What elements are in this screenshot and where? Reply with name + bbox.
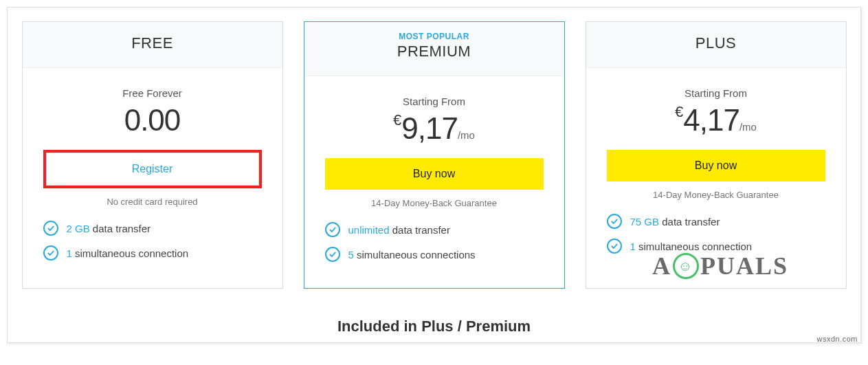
plan-sub-note: 14-Day Money-Back Guarantee: [586, 190, 846, 200]
plan-plus: PLUSStarting From€4,17/moBuy now14-Day M…: [586, 21, 847, 289]
plan-starting-label: Free Forever: [36, 87, 269, 99]
check-icon: [325, 247, 340, 262]
check-icon: [43, 221, 58, 236]
plan-features: 2 GB data transfer1 simultaneous connect…: [23, 221, 282, 287]
feature-row: 5 simultaneous connections: [325, 247, 544, 262]
plan-action: Buy now: [304, 158, 564, 190]
plan-pricing: Starting From€9,17/mo: [304, 76, 564, 158]
buy-now-button[interactable]: Buy now: [325, 158, 544, 190]
plan-premium: MOST POPULARPREMIUMStarting From€9,17/mo…: [304, 21, 565, 289]
feature-row: 1 simultaneous connection: [607, 239, 825, 254]
plan-features: 75 GB data transfer1 simultaneous connec…: [586, 214, 846, 280]
plan-pricing: Starting From€4,17/mo: [586, 68, 846, 150]
feature-highlight: 2 GB: [67, 223, 90, 234]
register-button[interactable]: Register: [46, 153, 259, 186]
feature-text: 75 GB data transfer: [630, 216, 720, 228]
plan-price: 0.00: [36, 103, 269, 137]
plan-title: PLUS: [593, 34, 839, 52]
feature-highlight: unlimited: [348, 224, 390, 236]
feature-row: 2 GB data transfer: [43, 221, 262, 236]
plan-action: Register: [23, 150, 282, 188]
plan-header: FREE: [23, 22, 282, 68]
plan-header: PLUS: [586, 22, 846, 68]
feature-rest: simultaneous connections: [354, 249, 476, 261]
feature-row: 75 GB data transfer: [607, 214, 825, 229]
check-icon: [607, 239, 622, 254]
plan-pricing: Free Forever0.00: [23, 68, 282, 150]
feature-rest: data transfer: [390, 224, 450, 236]
feature-text: 1 simultaneous connection: [630, 241, 753, 252]
feature-rest: data transfer: [659, 216, 720, 228]
feature-text: 5 simultaneous connections: [348, 249, 476, 261]
price-period: /mo: [458, 129, 475, 141]
feature-rest: simultaneous connection: [636, 241, 752, 252]
feature-rest: data transfer: [90, 223, 151, 234]
plan-title: PREMIUM: [311, 43, 557, 60]
feature-highlight: 1: [67, 247, 72, 259]
source-watermark: wsxdn.com: [816, 335, 858, 343]
price-amount: 9,17: [401, 111, 458, 145]
plan-title: FREE: [30, 34, 276, 52]
plan-sub-note: 14-Day Money-Back Guarantee: [304, 198, 564, 208]
check-icon: [43, 245, 58, 261]
currency-symbol: €: [675, 103, 683, 121]
plan-badge: MOST POPULAR: [311, 32, 557, 41]
plan-starting-label: Starting From: [318, 96, 550, 107]
buy-now-button[interactable]: Buy now: [607, 150, 825, 181]
plan-action: Buy now: [586, 150, 846, 181]
plans-row: FREEFree Forever0.00RegisterNo credit ca…: [21, 21, 847, 289]
check-icon: [325, 222, 340, 237]
feature-highlight: 1: [630, 241, 636, 252]
included-heading: Included in Plus / Premium: [21, 318, 847, 335]
feature-row: 1 simultaneous connection: [43, 245, 262, 261]
plan-header: MOST POPULARPREMIUM: [304, 22, 564, 76]
feature-highlight: 5: [348, 249, 354, 261]
feature-row: unlimited data transfer: [325, 222, 544, 237]
plan-features: unlimited data transfer5 simultaneous co…: [304, 222, 564, 288]
check-icon: [607, 214, 622, 229]
plan-price: €9,17/mo: [318, 111, 550, 146]
plan-starting-label: Starting From: [600, 87, 832, 99]
feature-rest: simultaneous connection: [72, 247, 188, 259]
cta-highlight-frame: Register: [43, 150, 262, 188]
feature-highlight: 75 GB: [630, 216, 660, 228]
price-amount: 0.00: [124, 103, 181, 137]
plan-sub-note: No credit card required: [23, 197, 282, 207]
feature-text: 2 GB data transfer: [67, 223, 151, 234]
feature-text: unlimited data transfer: [348, 224, 450, 236]
plan-free: FREEFree Forever0.00RegisterNo credit ca…: [22, 21, 283, 289]
plan-price: €4,17/mo: [600, 103, 832, 137]
price-period: /mo: [739, 121, 757, 133]
pricing-panel: FREEFree Forever0.00RegisterNo credit ca…: [7, 7, 861, 343]
currency-symbol: €: [393, 111, 401, 129]
feature-text: 1 simultaneous connection: [67, 247, 189, 259]
price-amount: 4,17: [683, 103, 739, 137]
